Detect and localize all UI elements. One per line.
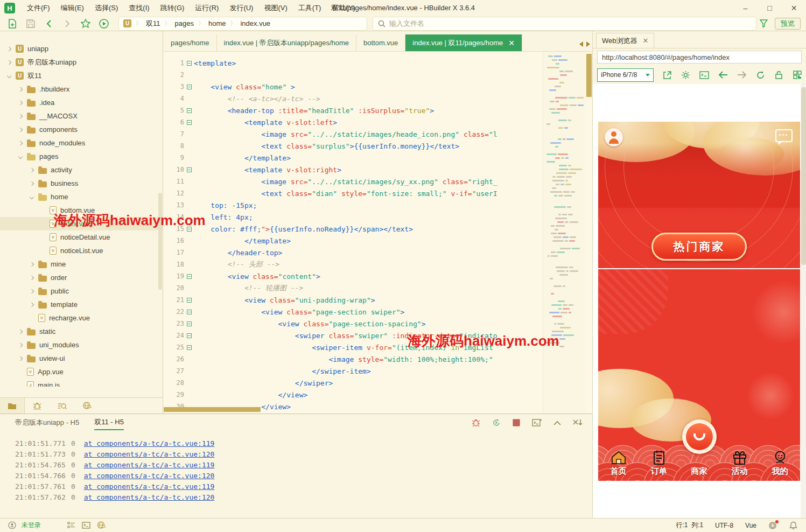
tree-item-.idea[interactable]: .idea xyxy=(0,96,163,109)
tree-item-main.js[interactable]: Jmain.js xyxy=(0,379,163,387)
minimap[interactable] xyxy=(543,52,586,413)
code-area[interactable]: 1<template>23 <view class="home" >4 <!--… xyxy=(164,52,592,413)
menu-item-3[interactable]: 查找(I) xyxy=(123,4,155,12)
menu-item-8[interactable]: 工具(T) xyxy=(293,4,327,12)
tabbar-item-orders[interactable]: 订单 xyxy=(639,431,679,481)
tabbar-item-home[interactable]: 首页 xyxy=(598,431,639,481)
tabbar-item-activity[interactable]: 活动 xyxy=(719,431,760,481)
cursor-line[interactable]: 行:1 列:1 xyxy=(676,521,703,530)
tabbar-item-mine[interactable]: 我的 xyxy=(760,431,800,481)
login-status[interactable]: 未登录 xyxy=(22,521,41,530)
chevron-right-icon[interactable] xyxy=(5,59,13,66)
tree-item-components[interactable]: components xyxy=(0,123,163,136)
open-external-icon[interactable] xyxy=(663,70,672,80)
tree-item-index.vue[interactable]: Vindex.vue xyxy=(0,217,163,230)
fold-marker-icon[interactable] xyxy=(187,167,192,172)
tree-item-home[interactable]: home xyxy=(0,190,163,204)
chevron-right-icon[interactable] xyxy=(17,139,24,147)
refresh-icon[interactable] xyxy=(756,70,765,80)
browser-tab[interactable]: Web浏览器 ✕ xyxy=(596,33,654,48)
preview-button[interactable]: 预览 xyxy=(775,18,801,30)
settings-gear-icon[interactable] xyxy=(681,70,690,80)
chevron-right-icon[interactable] xyxy=(28,180,36,187)
chevron-right-icon[interactable] xyxy=(17,341,24,349)
editor-tab-2[interactable]: bottom.vue xyxy=(356,34,405,51)
browser-icon[interactable] xyxy=(96,521,107,529)
chevron-right-icon[interactable] xyxy=(5,45,13,53)
tree-item-public[interactable]: public xyxy=(0,284,163,298)
chevron-right-icon[interactable] xyxy=(17,113,24,120)
tab-scroll-left-icon[interactable] xyxy=(579,41,583,47)
fold-marker-icon[interactable] xyxy=(187,120,192,125)
fold-marker-icon[interactable] xyxy=(187,333,192,338)
browser-tab-close-icon[interactable]: ✕ xyxy=(643,37,649,45)
log-source-link[interactable]: at components/a-tc/a-tc.vue:120 xyxy=(84,472,215,480)
chevron-right-icon[interactable] xyxy=(28,166,36,174)
tree-item-uni_modules[interactable]: uni_modules xyxy=(0,338,163,352)
clear-console-icon[interactable] xyxy=(573,419,583,426)
menu-item-6[interactable]: 发行(U) xyxy=(224,4,258,12)
chevron-right-icon[interactable] xyxy=(17,99,24,107)
unlock-icon[interactable] xyxy=(774,70,783,80)
tree-item-uniapp[interactable]: Uuniapp xyxy=(0,42,163,55)
tabbar-item-shop[interactable]: 商家 xyxy=(679,431,719,481)
breadcrumb-pages[interactable]: pages xyxy=(175,19,194,27)
new-file-icon[interactable] xyxy=(5,17,19,30)
log-source-link[interactable]: at components/a-tc/a-tc.vue:119 xyxy=(84,461,215,469)
tree-item-node_modules[interactable]: node_modules xyxy=(0,136,163,150)
log-source-link[interactable]: at components/a-tc/a-tc.vue:120 xyxy=(84,450,215,458)
chevron-down-icon[interactable] xyxy=(28,193,36,201)
menu-item-1[interactable]: 编辑(E) xyxy=(55,4,89,12)
tree-item-__MACOSX[interactable]: __MACOSX xyxy=(0,109,163,123)
file-search-input[interactable] xyxy=(389,19,752,27)
fold-marker-icon[interactable] xyxy=(187,310,192,314)
chevron-right-icon[interactable] xyxy=(17,328,24,335)
editor-tab-1[interactable]: index.vue | 帝启版本uniapp/pages/home xyxy=(217,34,356,51)
tree-item-.hbuilderx[interactable]: .hbuilderx xyxy=(0,82,163,96)
chevron-right-icon[interactable] xyxy=(28,301,36,309)
chevron-down-icon[interactable] xyxy=(5,72,13,80)
editor-tab-3[interactable]: index.vue | 双11/pages/home✕ xyxy=(405,34,522,51)
fold-marker-icon[interactable] xyxy=(187,345,192,350)
message-icon[interactable] xyxy=(775,129,793,142)
stop-icon[interactable] xyxy=(513,419,520,426)
browser-forward-icon[interactable] xyxy=(737,70,747,80)
tree-item-noticeDetail.vue[interactable]: VnoticeDetail.vue xyxy=(0,230,163,244)
new-console-icon[interactable] xyxy=(532,419,542,427)
tab-files[interactable] xyxy=(0,398,25,414)
save-icon[interactable] xyxy=(24,17,38,30)
browser-back-icon[interactable] xyxy=(718,70,728,80)
chevron-right-icon[interactable] xyxy=(28,274,36,282)
device-select[interactable]: iPhone 6/7/8 xyxy=(597,68,654,82)
tree-item-bottom.vue[interactable]: Vbottom.vue xyxy=(0,204,163,217)
tree-item-business[interactable]: business xyxy=(0,177,163,190)
fold-marker-icon[interactable] xyxy=(187,85,192,89)
editor-hscroll-thumb[interactable] xyxy=(164,407,261,412)
breadcrumb-home[interactable]: home xyxy=(208,19,226,27)
menu-item-9[interactable]: 帮助(Y) xyxy=(326,4,360,12)
tree-item-pages[interactable]: pages xyxy=(0,150,163,163)
tree-item-template[interactable]: template xyxy=(0,298,163,311)
preview-scroll-thumb[interactable] xyxy=(801,87,806,265)
debug-icon[interactable] xyxy=(472,418,480,427)
menu-item-0[interactable]: 文件(F) xyxy=(22,4,55,12)
terminal-icon[interactable] xyxy=(81,522,92,529)
tree-item-order[interactable]: order xyxy=(0,271,163,284)
tree-item-static[interactable]: static xyxy=(0,325,163,338)
chevron-right-icon[interactable] xyxy=(28,261,36,268)
editor-vscroll-thumb[interactable] xyxy=(586,54,592,97)
tab-scroll-right-icon[interactable] xyxy=(586,41,590,47)
preview-scrollbar[interactable] xyxy=(801,84,806,518)
filter-icon[interactable] xyxy=(756,17,770,30)
run-icon[interactable] xyxy=(97,17,111,30)
console-tab-shuang11[interactable]: 双11 - H5 xyxy=(94,417,124,430)
tab-debug[interactable] xyxy=(25,398,50,414)
editor-tab-0[interactable]: pages/home xyxy=(164,34,217,51)
close-button[interactable]: ✕ xyxy=(782,0,806,16)
tree-item-mine[interactable]: mine xyxy=(0,257,163,271)
encoding[interactable]: UTF-8 xyxy=(715,522,733,529)
tab-search[interactable] xyxy=(50,398,74,414)
fold-marker-icon[interactable] xyxy=(187,274,192,279)
menu-item-5[interactable]: 运行(R) xyxy=(190,4,224,12)
breadcrumb-project[interactable]: 双11 xyxy=(146,19,160,29)
